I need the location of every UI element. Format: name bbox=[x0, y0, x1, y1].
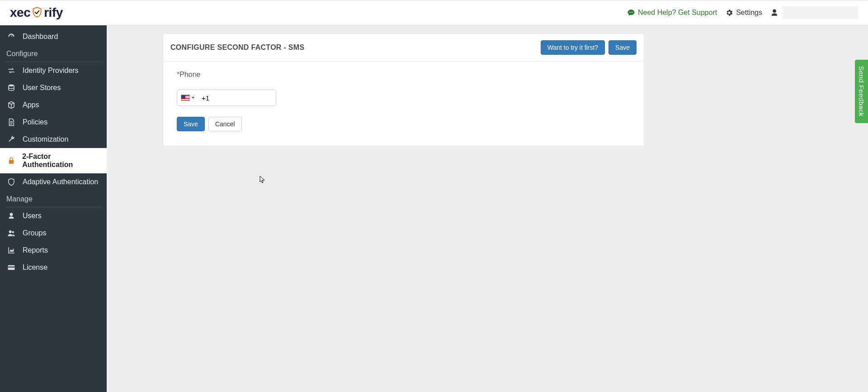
sidebar: Dashboard Configure Identity Providers U… bbox=[0, 25, 107, 392]
database-icon bbox=[6, 84, 16, 92]
phone-label: *Phone bbox=[177, 71, 630, 79]
dashboard-icon bbox=[6, 33, 16, 41]
sidebar-item-users[interactable]: Users bbox=[0, 207, 107, 225]
country-flag-dropdown[interactable] bbox=[181, 95, 197, 101]
sidebar-item-reports[interactable]: Reports bbox=[0, 242, 107, 259]
settings-link[interactable]: Settings bbox=[725, 9, 762, 17]
user-icon bbox=[770, 9, 778, 17]
logo[interactable]: xec rify bbox=[10, 5, 63, 20]
save-button[interactable]: Save bbox=[177, 117, 205, 131]
sidebar-item-identity-providers[interactable]: Identity Providers bbox=[0, 62, 107, 79]
settings-label: Settings bbox=[736, 9, 762, 17]
sidebar-label: License bbox=[23, 263, 47, 272]
sidebar-item-dashboard[interactable]: Dashboard bbox=[0, 28, 107, 45]
panel-header: CONFIGURE SECOND FACTOR - SMS Want to tr… bbox=[163, 34, 644, 62]
form-actions: Save Cancel bbox=[177, 117, 630, 131]
sidebar-label: Groups bbox=[23, 229, 46, 237]
cube-icon bbox=[6, 101, 16, 109]
svg-point-3 bbox=[9, 85, 14, 87]
sidebar-item-user-stores[interactable]: User Stores bbox=[0, 79, 107, 96]
sidebar-item-policies[interactable]: Policies bbox=[0, 114, 107, 131]
sidebar-item-license[interactable]: License bbox=[0, 259, 107, 276]
sidebar-section-manage: Manage bbox=[5, 191, 102, 207]
sidebar-label: Policies bbox=[23, 118, 47, 126]
user-icon bbox=[6, 212, 16, 220]
gear-icon bbox=[725, 9, 733, 17]
send-feedback-tab[interactable]: Send Feedback bbox=[855, 60, 868, 123]
svg-point-5 bbox=[12, 231, 14, 234]
sidebar-section-configure: Configure bbox=[5, 45, 102, 62]
sidebar-label: Identity Providers bbox=[23, 67, 79, 75]
sidebar-label: Adaptive Authentication bbox=[23, 178, 98, 186]
user-name-obscured bbox=[782, 6, 858, 19]
sidebar-item-apps[interactable]: Apps bbox=[0, 96, 107, 114]
svg-point-1 bbox=[631, 12, 632, 13]
sidebar-label: Customization bbox=[23, 135, 68, 143]
exchange-icon bbox=[6, 67, 16, 75]
user-menu[interactable] bbox=[770, 6, 858, 19]
main-content: CONFIGURE SECOND FACTOR - SMS Want to tr… bbox=[107, 25, 868, 392]
sidebar-label: Dashboard bbox=[23, 33, 58, 41]
flag-us-icon bbox=[181, 95, 190, 101]
sidebar-item-2fa[interactable]: 2-Factor Authentication bbox=[0, 148, 107, 173]
sidebar-label: Users bbox=[23, 212, 42, 220]
comment-icon bbox=[627, 9, 635, 17]
logo-text-pre: xec bbox=[10, 5, 30, 20]
shield-outline-icon bbox=[6, 178, 16, 186]
cancel-button[interactable]: Cancel bbox=[208, 117, 242, 131]
sidebar-label: Apps bbox=[23, 101, 39, 109]
caret-down-icon bbox=[192, 97, 194, 99]
config-panel: CONFIGURE SECOND FACTOR - SMS Want to tr… bbox=[163, 33, 644, 146]
logo-text-post: rify bbox=[44, 5, 63, 20]
sidebar-item-adaptive-auth[interactable]: Adaptive Authentication bbox=[0, 173, 107, 191]
svg-point-2 bbox=[632, 12, 633, 13]
try-first-button[interactable]: Want to try it first? bbox=[541, 40, 605, 55]
panel-body: *Phone Save Cancel bbox=[163, 62, 644, 146]
chart-icon bbox=[6, 246, 16, 254]
phone-input[interactable] bbox=[197, 94, 288, 102]
lock-icon bbox=[6, 157, 16, 165]
sidebar-label: 2-Factor Authentication bbox=[22, 153, 100, 169]
phone-input-group bbox=[177, 90, 276, 106]
support-label: Need Help? Get Support bbox=[638, 9, 717, 17]
panel-title: CONFIGURE SECOND FACTOR - SMS bbox=[170, 43, 304, 52]
card-icon bbox=[6, 263, 16, 272]
svg-point-0 bbox=[629, 12, 630, 13]
top-bar: xec rify Need Help? Get Support Settings bbox=[0, 0, 868, 25]
panel-actions: Want to try it first? Save bbox=[541, 40, 637, 55]
svg-rect-7 bbox=[8, 267, 15, 268]
shield-icon bbox=[31, 6, 43, 18]
topbar-right: Need Help? Get Support Settings bbox=[627, 6, 858, 19]
support-link[interactable]: Need Help? Get Support bbox=[627, 9, 717, 17]
save-top-button[interactable]: Save bbox=[609, 40, 637, 55]
sidebar-item-customization[interactable]: Customization bbox=[0, 131, 107, 148]
users-icon bbox=[6, 229, 16, 237]
sidebar-item-groups[interactable]: Groups bbox=[0, 225, 107, 242]
sidebar-label: User Stores bbox=[23, 84, 61, 92]
svg-point-4 bbox=[9, 230, 12, 233]
document-icon bbox=[6, 118, 16, 126]
wrench-icon bbox=[6, 135, 16, 143]
sidebar-label: Reports bbox=[23, 246, 48, 254]
